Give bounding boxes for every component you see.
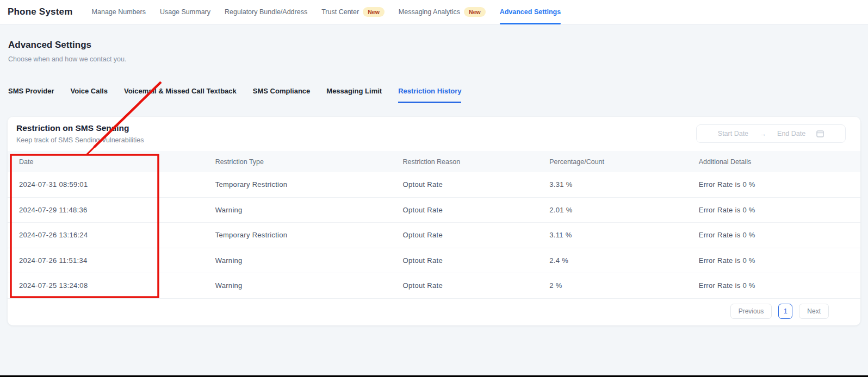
tab-voice-calls[interactable]: Voice Calls <box>71 87 108 103</box>
nav-label: Usage Summary <box>160 8 210 16</box>
cell-restriction-type: Warning <box>204 206 392 214</box>
cell-date: 2024-07-29 11:48:36 <box>8 206 204 214</box>
cell-percentage: 2.01 % <box>538 206 687 214</box>
cell-additional-details: Error Rate is 0 % <box>687 231 860 239</box>
cell-restriction-reason: Optout Rate <box>392 231 538 239</box>
tab-sms-compliance[interactable]: SMS Compliance <box>253 87 310 103</box>
cell-percentage: 2.4 % <box>538 256 687 265</box>
settings-tabs: SMS Provider Voice Calls Voicemail & Mis… <box>8 87 868 103</box>
table-header-row: Date Restriction Type Restriction Reason… <box>8 151 860 172</box>
cell-date: 2024-07-26 11:51:34 <box>8 256 204 265</box>
cell-percentage: 2 % <box>538 281 687 290</box>
table-row: 2024-07-31 08:59:01 Temporary Restrictio… <box>8 172 860 198</box>
cell-additional-details: Error Rate is 0 % <box>687 206 860 214</box>
calendar-icon[interactable] <box>816 130 824 137</box>
cell-additional-details: Error Rate is 0 % <box>687 281 860 290</box>
tab-sms-provider[interactable]: SMS Provider <box>8 87 54 103</box>
cell-additional-details: Error Rate is 0 % <box>687 256 860 265</box>
cell-date: 2024-07-25 13:24:08 <box>8 281 204 290</box>
table-row: 2024-07-25 13:24:08 Warning Optout Rate … <box>8 273 860 299</box>
page-1-button[interactable]: 1 <box>778 304 792 319</box>
nav-item-usage-summary[interactable]: Usage Summary <box>153 0 218 24</box>
page-title: Advanced Settings <box>8 40 868 51</box>
table-row: 2024-07-26 11:51:34 Warning Optout Rate … <box>8 248 860 274</box>
top-navigation: Phone System Manage Numbers Usage Summar… <box>0 0 868 24</box>
nav-item-manage-numbers[interactable]: Manage Numbers <box>85 0 153 24</box>
nav-label: Advanced Settings <box>500 8 561 16</box>
card-title: Restriction on SMS Sending <box>16 123 144 133</box>
nav-label: Manage Numbers <box>92 8 146 16</box>
arrow-right-icon: → <box>759 130 766 138</box>
cell-restriction-reason: Optout Rate <box>392 206 538 214</box>
tab-restriction-history[interactable]: Restriction History <box>398 87 461 103</box>
page-subtitle: Choose when and how we contact you. <box>8 55 868 63</box>
nav-label: Messaging Analytics <box>399 8 460 16</box>
table-row: 2024-07-26 13:16:24 Temporary Restrictio… <box>8 223 860 248</box>
new-badge: New <box>363 7 385 17</box>
app-title: Phone System <box>8 7 73 17</box>
cell-restriction-reason: Optout Rate <box>392 256 538 265</box>
cell-restriction-type: Temporary Restriction <box>204 231 392 239</box>
page-header: Advanced Settings Choose when and how we… <box>0 24 868 63</box>
cell-percentage: 3.11 % <box>538 231 687 239</box>
nav-item-advanced-settings[interactable]: Advanced Settings <box>493 0 568 24</box>
card-header: Restriction on SMS Sending Keep track of… <box>8 117 860 151</box>
next-page-button[interactable]: Next <box>799 304 829 319</box>
column-header-date: Date <box>8 158 204 166</box>
new-badge: New <box>464 7 486 17</box>
nav-label: Regulatory Bundle/Address <box>225 8 307 16</box>
column-header-percentage-count: Percentage/Count <box>538 158 687 166</box>
card-titles: Restriction on SMS Sending Keep track of… <box>16 123 144 144</box>
cell-restriction-type: Temporary Restriction <box>204 180 392 188</box>
cell-restriction-reason: Optout Rate <box>392 180 538 188</box>
nav-item-trust-center[interactable]: Trust Center New <box>314 0 392 24</box>
cell-date: 2024-07-26 13:16:24 <box>8 231 204 239</box>
nav-item-messaging-analytics[interactable]: Messaging Analytics New <box>392 0 493 24</box>
phone-system-screen: Phone System Manage Numbers Usage Summar… <box>0 0 868 377</box>
end-date-input[interactable]: End Date <box>777 130 805 137</box>
table-row: 2024-07-29 11:48:36 Warning Optout Rate … <box>8 198 860 223</box>
tab-messaging-limit[interactable]: Messaging Limit <box>326 87 382 103</box>
cell-restriction-reason: Optout Rate <box>392 281 538 290</box>
start-date-input[interactable]: Start Date <box>718 130 748 137</box>
cell-restriction-type: Warning <box>204 256 392 265</box>
nav-item-regulatory-bundle-address[interactable]: Regulatory Bundle/Address <box>218 0 314 24</box>
date-range-picker[interactable]: Start Date → End Date <box>696 124 846 143</box>
column-header-restriction-reason: Restriction Reason <box>392 158 538 166</box>
pagination: Previous 1 Next <box>8 299 860 325</box>
top-nav-items: Manage Numbers Usage Summary Regulatory … <box>85 0 568 24</box>
nav-label: Trust Center <box>321 8 359 16</box>
column-header-additional-details: Additional Details <box>687 158 860 166</box>
card-subtitle: Keep track of SMS Sending Vulnerabilitie… <box>16 136 144 144</box>
previous-page-button[interactable]: Previous <box>730 304 772 319</box>
cell-percentage: 3.31 % <box>538 180 687 188</box>
cell-date: 2024-07-31 08:59:01 <box>8 180 204 188</box>
restriction-table: Date Restriction Type Restriction Reason… <box>8 151 860 299</box>
cell-restriction-type: Warning <box>204 281 392 290</box>
cell-additional-details: Error Rate is 0 % <box>687 180 860 188</box>
restriction-history-card: Restriction on SMS Sending Keep track of… <box>8 117 860 325</box>
column-header-restriction-type: Restriction Type <box>204 158 392 166</box>
tab-voicemail-missed-call-textback[interactable]: Voicemail & Missed Call Textback <box>124 87 237 103</box>
